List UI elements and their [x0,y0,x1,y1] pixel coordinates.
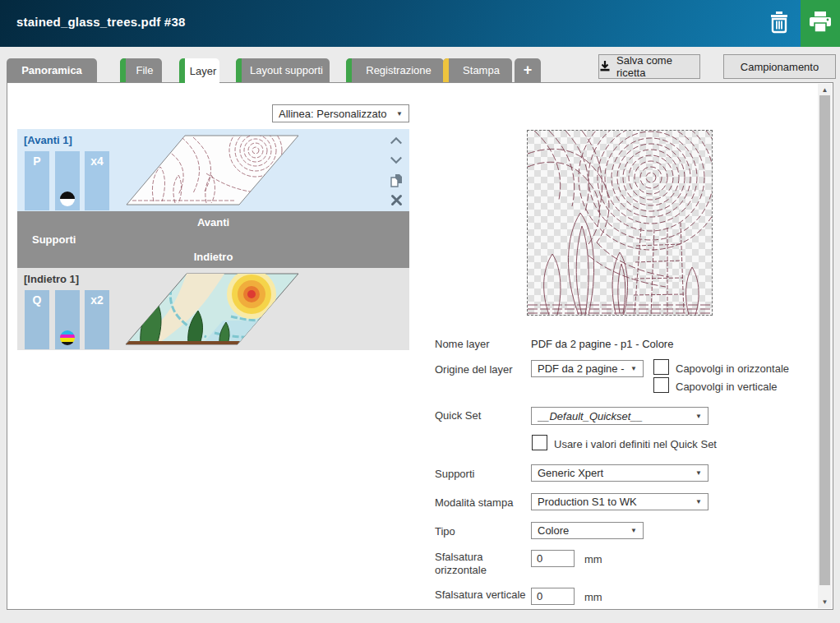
front-layer-row[interactable]: [Avanti 1] P x4 [17,129,409,211]
move-layer-down-button[interactable] [388,150,404,170]
scroll-up-arrow[interactable]: ▲ [818,84,832,96]
back-layer-row[interactable]: [Indietro 1] Q x2 [17,268,409,350]
tab-file[interactable]: File [120,58,162,82]
back-layer-thumbnail[interactable] [124,271,301,347]
spot-ink-icon [60,192,75,206]
print-job-button[interactable] [801,0,840,47]
tab-status-indicator [346,58,352,82]
badge-label: x4 [85,151,109,168]
tab-label: Layout supporti [250,64,323,76]
badge-label: Q [25,290,49,307]
tab-status-indicator [443,58,449,82]
use-quickset-label: Usare i valori definiti nel Quick Set [554,438,717,451]
campionamento-label: Campionamento [741,61,819,73]
job-title: stained_glass_trees.pdf #38 [16,15,186,29]
flip-horizontal-checkbox[interactable] [653,359,669,375]
media-band: Avanti Supporti Indietro [17,211,409,268]
back-layer-title: [Indietro 1] [24,273,79,285]
tab-stampa[interactable]: Stampa [443,58,512,82]
supporti-label: Supporti [435,468,474,481]
tab-layout-supporti[interactable]: Layout supporti [236,58,330,82]
move-layer-up-button[interactable] [388,131,404,150]
scrollbar-thumb[interactable] [819,95,830,585]
triangle-down-icon: ▼ [822,598,828,606]
tab-label: Panoramica [21,64,82,76]
origine-layer-value: PDF da 2 pagine - p1 [538,362,626,375]
titlebar: stained_glass_trees.pdf #38 [0,0,840,47]
badge-label: P [25,151,49,168]
chevron-down-icon: ▼ [695,413,702,420]
quickset-label: Quick Set [435,409,481,422]
front-layer-title: [Avanti 1] [24,134,72,146]
flip-horizontal-label: Capovolgi in orizzontale [676,362,789,376]
trash-icon [768,11,790,37]
align-dropdown[interactable]: Allinea: Personalizzato ▼ [272,104,409,122]
tab-status-indicator [120,58,126,82]
front-layer-ink-badge[interactable] [55,151,80,210]
flip-vertical-checkbox[interactable] [653,377,669,393]
band-back-label: Indietro [17,251,409,263]
band-media-label: Supporti [32,233,76,246]
nome-layer-label: Nome layer [435,338,489,351]
chevron-down-icon: ▼ [695,498,702,505]
modalita-stampa-value: Production S1 to WK [538,496,691,508]
align-dropdown-value: Allinea: Personalizzato [279,108,392,120]
save-recipe-button[interactable]: Salva come ricetta [598,54,700,79]
tab-label: Stampa [463,64,500,76]
sfalsatura-orizzontale-input[interactable] [531,550,575,567]
supporti-value: Generic Xpert [538,467,691,479]
campionamento-button[interactable]: Campionamento [723,54,836,79]
front-layer-badge-x4[interactable]: x4 [85,151,109,210]
badge-label: x2 [85,290,109,307]
layer-preview [527,130,713,316]
add-tab-button[interactable]: + [515,58,541,82]
tab-status-indicator [179,58,185,83]
download-icon [599,60,611,74]
front-layer-thumbnail[interactable] [124,132,301,208]
back-layer-badge-x2[interactable]: x2 [85,290,109,349]
flip-vertical-label: Capovolgi in verticale [676,381,778,394]
origine-layer-dropdown[interactable]: PDF da 2 pagine - p1 ▼ [531,360,644,377]
nome-layer-value: PDF da 2 pagine - p1 - Colore [531,338,673,350]
save-recipe-label: Salva come ricetta [616,54,699,79]
tab-status-indicator [236,58,242,82]
modalita-stampa-dropdown[interactable]: Production S1 to WK ▼ [531,493,708,510]
sfalsatura-verticale-input[interactable] [531,588,575,605]
plus-icon: + [524,62,533,79]
job-editor-window: stained_glass_trees.pdf #38 [0,0,840,623]
chevron-down-icon: ▼ [396,110,403,118]
sfalsatura-orizzontale-unit: mm [584,553,602,566]
layer-tab-content: Allinea: Personalizzato ▼ [Avanti 1] P x… [7,82,833,610]
printer-icon [809,12,832,36]
duplicate-layer-icon[interactable] [388,170,404,190]
tab-layer[interactable]: Layer [179,58,219,83]
supporti-dropdown[interactable]: Generic Xpert ▼ [531,464,708,482]
back-layer-ink-badge[interactable] [55,290,80,349]
delete-job-button[interactable] [758,0,801,47]
band-front-label: Avanti [17,216,409,228]
tipo-dropdown[interactable]: Colore ▼ [531,522,644,539]
tab-registrazione[interactable]: Registrazione [346,58,444,82]
sfalsatura-verticale-label: Sfalsatura verticale [435,588,535,602]
vertical-scrollbar[interactable]: ▲ ▼ [818,84,832,608]
tipo-label: Tipo [435,525,455,538]
origine-layer-label: Origine del layer [435,363,513,376]
wireframe-preview-image [528,131,712,315]
triangle-up-icon: ▲ [822,86,828,94]
tab-panoramica[interactable]: Panoramica [7,58,97,82]
use-quickset-checkbox[interactable] [532,435,547,450]
chevron-down-icon: ▼ [695,469,702,477]
scroll-down-arrow[interactable]: ▼ [818,596,832,608]
tab-label: File [136,64,154,76]
delete-layer-icon[interactable] [388,190,404,210]
quickset-value: __Default_Quickset__ [538,410,691,422]
chevron-down-icon: ▼ [630,365,637,372]
chevron-down-icon: ▼ [630,527,637,534]
sfalsatura-verticale-unit: mm [584,591,602,604]
tab-label: Layer [190,65,217,77]
back-layer-badge-q[interactable]: Q [25,290,49,349]
tipo-value: Colore [538,524,626,537]
cmyk-ink-icon [60,330,75,345]
front-layer-badge-p[interactable]: P [25,151,49,210]
quickset-dropdown[interactable]: __Default_Quickset__ ▼ [531,407,708,425]
